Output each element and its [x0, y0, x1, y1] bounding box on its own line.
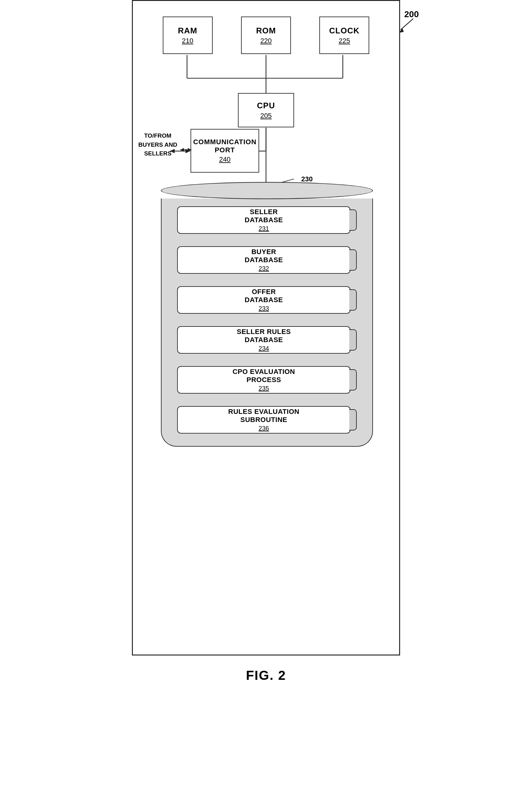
- clock-box: CLOCK 225: [319, 17, 369, 54]
- ram-label: RAM: [178, 26, 197, 36]
- svg-line-0: [401, 19, 413, 30]
- main-diagram-border: RAM 210 ROM 220 CLOCK 225 CPU 205: [132, 0, 400, 655]
- buyer-db-item: BUYER DATABASE 232: [177, 246, 357, 274]
- cpo-eval-label2: PROCESS: [233, 376, 295, 384]
- clock-label: CLOCK: [329, 26, 360, 36]
- rom-label: ROM: [256, 26, 276, 36]
- offer-db-item: OFFER DATABASE 233: [177, 286, 357, 314]
- seller-rules-db-label1: SELLER RULES: [237, 328, 291, 336]
- comm-ref: 240: [219, 156, 231, 164]
- offer-db-label1: OFFER: [245, 288, 283, 296]
- svg-marker-17: [188, 148, 191, 152]
- seller-db-item: SELLER DATABASE 231: [177, 206, 357, 234]
- offer-db-ref: 233: [245, 305, 283, 312]
- offer-db-label2: DATABASE: [245, 296, 283, 304]
- seller-rules-db-label2: DATABASE: [237, 336, 291, 344]
- cpo-eval-item: CPO EVALUATION PROCESS 235: [177, 366, 357, 394]
- cpo-eval-ref: 235: [233, 385, 295, 392]
- seller-db-label1: SELLER: [245, 208, 283, 216]
- clock-ref: 225: [339, 37, 350, 45]
- buyer-db-label1: BUYER: [245, 248, 283, 256]
- cpu-label: CPU: [257, 101, 275, 110]
- seller-rules-db-item: SELLER RULES DATABASE 234: [177, 326, 357, 354]
- comm-port-box: COMMUNICATION PORT 240: [191, 129, 259, 173]
- comm-label-1: COMMUNICATION: [193, 138, 256, 146]
- outside-line3: SELLERS: [144, 150, 172, 157]
- outside-buyers-sellers-label: TO/FROM BUYERS AND SELLERS: [136, 131, 179, 158]
- buyer-db-ref: 232: [245, 265, 283, 272]
- seller-rules-db-ref: 234: [237, 345, 291, 352]
- buyers-sellers-right-arrow: [179, 146, 192, 154]
- seller-db-ref: 231: [245, 225, 283, 232]
- cpu-box: CPU 205: [238, 93, 294, 127]
- cpu-ref: 205: [260, 112, 272, 120]
- outside-line2: BUYERS AND: [138, 141, 177, 148]
- rules-eval-item: RULES EVALUATION SUBROUTINE 236: [177, 406, 357, 434]
- storage-cylinder: SELLER DATABASE 231 BUYER: [161, 182, 373, 447]
- outside-line1: TO/FROM: [144, 132, 171, 139]
- rules-eval-label2: SUBROUTINE: [228, 416, 299, 424]
- figure-caption: FIG. 2: [246, 668, 286, 683]
- cpo-eval-label1: CPO EVALUATION: [233, 368, 295, 376]
- rules-eval-ref: 236: [228, 425, 299, 432]
- comm-label-2: PORT: [214, 146, 235, 154]
- rom-box: ROM 220: [241, 17, 291, 54]
- rom-ref: 220: [260, 37, 272, 45]
- ram-box: RAM 210: [163, 17, 213, 54]
- rules-eval-label1: RULES EVALUATION: [228, 408, 299, 416]
- ram-ref: 210: [182, 37, 193, 45]
- buyer-db-label2: DATABASE: [245, 256, 283, 264]
- seller-db-label2: DATABASE: [245, 216, 283, 224]
